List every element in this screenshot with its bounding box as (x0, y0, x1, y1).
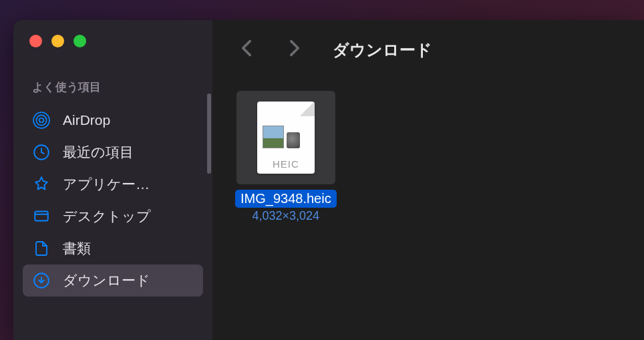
heic-file-icon: HEIC (257, 102, 315, 174)
sidebar-item-downloads[interactable]: ダウンロード (23, 265, 203, 297)
file-item[interactable]: HEIC IMG_9348.heic 4,032×3,024 (235, 91, 337, 223)
document-icon (32, 239, 51, 258)
desktop-icon (32, 207, 51, 226)
close-window-button[interactable] (29, 35, 42, 47)
window-controls (13, 35, 212, 47)
airdrop-icon (32, 111, 51, 130)
sidebar-items: AirDrop 最近の項目 アプリケー… (13, 104, 212, 297)
sidebar-item-recents[interactable]: 最近の項目 (23, 136, 203, 168)
sidebar-item-applications[interactable]: アプリケー… (23, 168, 203, 200)
sidebar-item-label: 最近の項目 (63, 143, 134, 162)
nav-back-button[interactable] (232, 37, 261, 64)
clock-icon (32, 143, 51, 162)
file-format-label: HEIC (257, 158, 315, 170)
sidebar-item-label: ダウンロード (63, 271, 150, 290)
sidebar-item-label: デスクトップ (63, 207, 151, 226)
sidebar-section-favorites: よく使う項目 (13, 79, 212, 104)
file-grid[interactable]: HEIC IMG_9348.heic 4,032×3,024 (212, 80, 644, 340)
finder-window: よく使う項目 AirDrop 最近の項目 (13, 20, 644, 340)
sidebar-item-label: AirDrop (63, 112, 110, 128)
zoom-window-button[interactable] (73, 35, 86, 47)
file-thumbnail: HEIC (236, 91, 335, 184)
apps-icon (32, 175, 51, 194)
sidebar-item-desktop[interactable]: デスクトップ (23, 200, 203, 232)
svg-point-0 (39, 118, 44, 123)
nav-forward-button[interactable] (281, 37, 309, 64)
file-dimensions: 4,032×3,024 (253, 209, 320, 223)
sidebar-item-airdrop[interactable]: AirDrop (23, 104, 203, 136)
toolbar: ダウンロード (212, 20, 644, 80)
sidebar-item-label: アプリケー… (63, 175, 150, 194)
svg-point-1 (36, 115, 46, 125)
sidebar: よく使う項目 AirDrop 最近の項目 (13, 20, 212, 340)
minimize-window-button[interactable] (51, 35, 64, 47)
sidebar-item-documents[interactable]: 書類 (23, 232, 203, 265)
svg-rect-4 (35, 211, 48, 220)
folder-title: ダウンロード (333, 39, 432, 61)
file-name[interactable]: IMG_9348.heic (235, 190, 337, 208)
sidebar-scrollbar[interactable] (207, 94, 211, 174)
download-icon (32, 271, 51, 290)
main-pane: ダウンロード HEIC IMG_9348.heic 4,032×3,024 (212, 20, 644, 340)
sidebar-item-label: 書類 (63, 239, 91, 258)
